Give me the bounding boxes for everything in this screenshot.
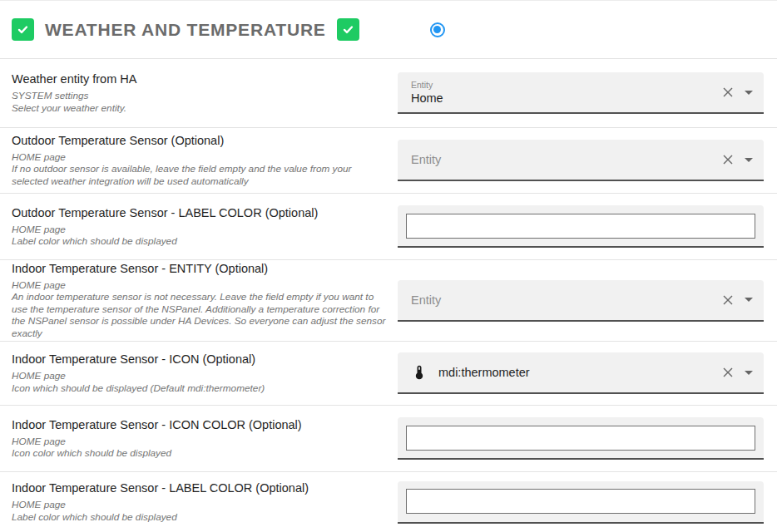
- chevron-down-icon[interactable]: [745, 298, 753, 302]
- setting-description: Icon which should be displayed (Default …: [12, 382, 388, 395]
- setting-title: Indoor Temperature Sensor - ENTITY (Opti…: [12, 262, 389, 275]
- setting-row-indoor-icon-color: Indoor Temperature Sensor - ICON COLOR (…: [0, 405, 777, 471]
- section-enabled-checkbox[interactable]: [12, 18, 34, 41]
- setting-row-indoor-entity: Indoor Temperature Sensor - ENTITY (Opti…: [0, 259, 777, 341]
- setting-context: HOME page: [12, 279, 388, 292]
- indoor-icon-color-input[interactable]: [406, 426, 755, 451]
- setting-title: Weather entity from HA: [12, 72, 389, 86]
- setting-text: Weather entity from HA SYSTEM settings S…: [0, 59, 398, 127]
- select-actions: [722, 154, 764, 165]
- setting-title: Indoor Temperature Sensor - LABEL COLOR …: [12, 481, 389, 495]
- weather-entity-select[interactable]: Entity Home: [398, 72, 764, 114]
- radio-dot: [433, 26, 441, 33]
- select-content: Entity: [398, 153, 722, 166]
- setting-field: [398, 194, 764, 259]
- setting-description: If no outdoor sensor is available, leave…: [12, 163, 388, 187]
- setting-description: Label color which should be displayed: [12, 511, 388, 524]
- checkmark-icon: [17, 23, 29, 36]
- select-content: Entity Home: [398, 80, 722, 105]
- clear-icon[interactable]: [722, 86, 734, 98]
- section-radio-button[interactable]: [430, 22, 445, 37]
- indoor-icon-select[interactable]: mdi:thermometer: [398, 352, 764, 394]
- setting-title: Indoor Temperature Sensor - ICON (Option…: [12, 352, 389, 366]
- setting-text: Outdoor Temperature Sensor (Optional) HO…: [0, 128, 398, 193]
- setting-text: Outdoor Temperature Sensor - LABEL COLOR…: [0, 194, 398, 259]
- setting-field: [398, 472, 764, 532]
- setting-context: SYSTEM settings: [12, 90, 388, 102]
- setting-context: HOME page: [12, 499, 388, 511]
- setting-title: Outdoor Temperature Sensor (Optional): [12, 134, 389, 147]
- setting-text: Indoor Temperature Sensor - ICON COLOR (…: [0, 406, 398, 471]
- setting-text: Indoor Temperature Sensor - ENTITY (Opti…: [0, 260, 398, 341]
- clear-icon[interactable]: [722, 154, 734, 165]
- setting-description: Select your weather entity.: [12, 102, 388, 115]
- setting-context: HOME page: [12, 151, 388, 164]
- section-header: WEATHER AND TEMPERATURE: [0, 1, 777, 58]
- setting-row-indoor-label-color: Indoor Temperature Sensor - LABEL COLOR …: [0, 471, 777, 532]
- setting-description: Label color which should be displayed: [12, 235, 388, 248]
- setting-description: Icon color which should be displayed: [12, 447, 388, 460]
- setting-field: Entity: [398, 128, 764, 193]
- select-actions: [722, 367, 764, 378]
- setting-row-indoor-icon: Indoor Temperature Sensor - ICON (Option…: [0, 341, 777, 405]
- select-actions: [722, 294, 764, 306]
- select-content: Entity: [398, 293, 722, 307]
- clear-icon[interactable]: [722, 294, 734, 306]
- text-field-container: [398, 481, 764, 524]
- indoor-sensor-entity-select[interactable]: Entity: [398, 280, 764, 322]
- setting-row-outdoor-label-color: Outdoor Temperature Sensor - LABEL COLOR…: [0, 193, 777, 259]
- select-value: Home: [411, 91, 443, 105]
- weather-temperature-settings-page: WEATHER AND TEMPERATURE Weather entity f…: [0, 0, 777, 532]
- setting-description: An indoor temperature sensor is not nece…: [12, 291, 388, 339]
- outdoor-label-color-input[interactable]: [406, 214, 755, 239]
- outdoor-sensor-entity-select[interactable]: Entity: [398, 140, 764, 181]
- setting-field: Entity: [398, 260, 764, 341]
- clear-icon[interactable]: [722, 367, 734, 378]
- text-field-container: [398, 205, 764, 248]
- setting-text: Indoor Temperature Sensor - ICON (Option…: [0, 342, 398, 405]
- section-secondary-checkbox[interactable]: [337, 18, 359, 41]
- setting-field: mdi:thermometer: [398, 342, 764, 405]
- setting-text: Indoor Temperature Sensor - LABEL COLOR …: [0, 472, 398, 532]
- setting-title: Outdoor Temperature Sensor - LABEL COLOR…: [12, 206, 389, 219]
- checkmark-icon: [342, 23, 354, 36]
- setting-field: [398, 406, 764, 471]
- setting-field: Entity Home: [398, 59, 764, 127]
- select-placeholder: Entity: [411, 153, 441, 166]
- chevron-down-icon[interactable]: [745, 371, 753, 375]
- setting-context: HOME page: [12, 224, 388, 236]
- section-title: WEATHER AND TEMPERATURE: [45, 20, 326, 40]
- select-value: mdi:thermometer: [438, 366, 530, 379]
- select-actions: [722, 86, 764, 98]
- setting-context: HOME page: [12, 370, 388, 382]
- select-placeholder: Entity: [411, 293, 441, 307]
- setting-context: HOME page: [12, 436, 388, 448]
- chevron-down-icon[interactable]: [745, 158, 753, 162]
- select-floating-label: Entity: [411, 80, 443, 90]
- setting-row-outdoor-sensor: Outdoor Temperature Sensor (Optional) HO…: [0, 127, 777, 193]
- indoor-label-color-input[interactable]: [406, 489, 755, 514]
- setting-title: Indoor Temperature Sensor - ICON COLOR (…: [12, 418, 389, 431]
- select-content: mdi:thermometer: [398, 364, 722, 381]
- thermometer-icon: [411, 364, 428, 381]
- setting-row-weather-entity: Weather entity from HA SYSTEM settings S…: [0, 58, 777, 127]
- text-field-container: [398, 417, 764, 460]
- chevron-down-icon[interactable]: [745, 91, 753, 95]
